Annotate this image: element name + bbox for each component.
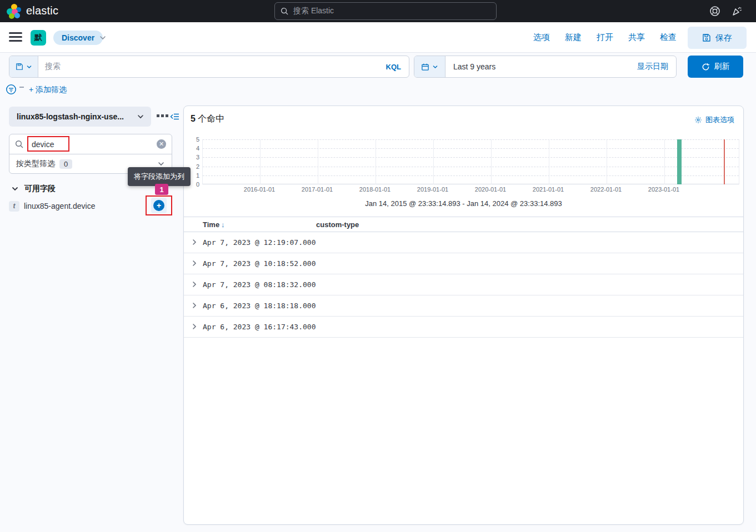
x-tick-label: 2016-01-01 — [239, 186, 279, 193]
save-button-label: 保存 — [715, 33, 732, 43]
logo-wordmark: elastic — [26, 4, 58, 17]
inspect-button[interactable]: 检查 — [660, 32, 677, 43]
chart-options-label: 图表选项 — [705, 115, 734, 125]
expand-row-icon[interactable] — [191, 302, 198, 309]
index-pattern-name: linux85-logstash-nginx-use... — [17, 112, 124, 121]
x-tick-label: 2020-01-01 — [470, 186, 510, 193]
hits-label: 个命中 — [198, 114, 224, 123]
query-bar: 搜索 KQL — [9, 56, 409, 78]
add-field-tooltip: 将字段添加为列 — [128, 167, 191, 186]
chart-options-button[interactable]: 图表选项 — [694, 115, 734, 125]
row-time-value: Apr 7, 2023 @ 08:18:32.000 — [203, 280, 316, 289]
available-fields-label: 可用字段 — [24, 184, 56, 194]
x-tick-label: 2017-01-01 — [297, 186, 337, 193]
expand-row-icon[interactable] — [191, 281, 198, 288]
refresh-button-label: 刷新 — [714, 62, 730, 72]
table-row[interactable]: Apr 6, 2023 @ 16:17:43.000 — [184, 317, 743, 338]
field-search-value: device — [28, 139, 57, 150]
open-button[interactable]: 打开 — [597, 32, 613, 43]
y-tick-label: 5 — [187, 136, 199, 143]
toolbar-actions: 选项 新建 打开 共享 检查 — [533, 22, 677, 53]
row-time-value: Apr 6, 2023 @ 18:18:18.000 — [203, 302, 316, 310]
refresh-button[interactable]: 刷新 — [688, 56, 743, 78]
column-header-custom-type[interactable]: custom-type — [316, 220, 359, 229]
filter-by-type-label: 按类型筛选 — [16, 159, 55, 169]
menu-icon[interactable] — [9, 32, 22, 42]
annotation-step-badge: 1 — [155, 184, 168, 195]
sort-desc-icon: ↓ — [221, 220, 225, 229]
search-icon — [15, 140, 24, 149]
table-row[interactable]: Apr 6, 2023 @ 18:18:18.000 — [184, 295, 743, 317]
hits-number: 5 — [191, 114, 196, 123]
field-list-item[interactable]: t linux85-agent.device — [9, 198, 172, 214]
row-time-value: Apr 7, 2023 @ 12:19:07.000 — [203, 238, 316, 247]
clear-search-icon[interactable]: ✕ — [157, 139, 166, 149]
current-time-marker — [724, 139, 725, 184]
row-time-value: Apr 7, 2023 @ 10:18:52.000 — [203, 259, 316, 268]
discover-main-panel: 5 个命中 图表选项 5 4 3 2 1 0 2016-01-01 2017-0… — [183, 106, 744, 525]
chevron-down-icon — [432, 64, 438, 70]
row-time-value: Apr 6, 2023 @ 16:17:43.000 — [203, 323, 316, 331]
gear-icon — [694, 116, 702, 124]
x-tick-label: 2022-01-01 — [586, 186, 626, 193]
x-tick-label: 2023-01-01 — [644, 186, 684, 193]
x-tick-label: 2021-01-01 — [528, 186, 568, 193]
newsfeed-icon[interactable] — [731, 5, 743, 17]
add-filter-button[interactable]: + 添加筛选 — [29, 85, 67, 95]
table-row[interactable]: Apr 7, 2023 @ 12:19:07.000 — [184, 232, 743, 253]
chevron-down-icon — [137, 113, 144, 121]
filter-by-type-count: 0 — [59, 159, 72, 169]
expand-row-icon[interactable] — [191, 323, 198, 330]
save-button[interactable]: 保存 — [688, 27, 747, 49]
expand-row-icon[interactable] — [191, 260, 198, 267]
global-search-placeholder: 搜索 Elastic — [293, 6, 334, 16]
global-search-input[interactable]: 搜索 Elastic — [274, 2, 497, 20]
x-tick-label: 2018-01-01 — [355, 186, 395, 193]
filter-menu-icon[interactable] — [6, 84, 17, 95]
space-badge[interactable]: 默 — [31, 30, 46, 46]
filter-separator — [19, 87, 24, 88]
available-fields-section[interactable]: 可用字段 — [11, 184, 56, 194]
histogram-chart[interactable] — [202, 139, 739, 184]
chevron-down-icon — [26, 64, 32, 70]
help-icon[interactable] — [709, 5, 721, 17]
hits-count: 5 个命中 — [191, 113, 224, 125]
field-search-input[interactable]: device ✕ — [9, 134, 172, 154]
chart-time-range-subtitle: Jan 14, 2015 @ 23:33:14.893 - Jan 14, 20… — [184, 199, 743, 208]
x-tick-label: 2019-01-01 — [413, 186, 453, 193]
plus-icon: + — [153, 200, 164, 211]
query-input[interactable]: 搜索 — [38, 56, 378, 77]
breadcrumb[interactable]: Discover — [53, 31, 103, 45]
table-row[interactable]: Apr 7, 2023 @ 10:18:52.000 — [184, 253, 743, 274]
field-settings-icon[interactable] — [157, 114, 168, 117]
show-dates-button[interactable]: 显示日期 — [629, 56, 676, 77]
index-pattern-selector[interactable]: linux85-logstash-nginx-use... — [9, 107, 151, 127]
query-language-button[interactable]: KQL — [378, 56, 409, 77]
time-picker: Last 9 years 显示日期 — [414, 56, 677, 78]
time-range-value[interactable]: Last 9 years — [445, 56, 629, 77]
chevron-down-icon — [157, 160, 165, 168]
y-tick-label: 4 — [187, 145, 199, 152]
add-field-as-column-button[interactable]: + — [151, 198, 167, 213]
histogram-bar[interactable] — [677, 139, 682, 184]
chevron-down-icon — [11, 185, 19, 193]
saved-query-menu-button[interactable] — [9, 56, 38, 77]
breadcrumb-chevron-down-icon[interactable] — [99, 34, 107, 42]
table-row[interactable]: Apr 7, 2023 @ 08:18:32.000 — [184, 274, 743, 295]
field-type-badge: t — [9, 201, 19, 212]
table-header: Time↓ custom-type — [184, 217, 743, 232]
y-tick-label: 3 — [187, 154, 199, 160]
app-header: elastic 搜索 Elastic — [0, 0, 756, 22]
refresh-icon — [702, 63, 710, 71]
expand-row-icon[interactable] — [191, 239, 198, 245]
column-header-time[interactable]: Time↓ — [203, 220, 225, 229]
collapse-sidebar-icon[interactable] — [170, 112, 180, 122]
share-button[interactable]: 共享 — [628, 32, 645, 43]
calendar-icon — [421, 63, 429, 71]
new-button[interactable]: 新建 — [565, 32, 582, 43]
elastic-logo-icon[interactable] — [7, 4, 22, 19]
date-quick-select-button[interactable] — [414, 56, 445, 77]
saved-query-icon — [16, 63, 23, 71]
search-icon — [281, 7, 289, 16]
options-button[interactable]: 选项 — [533, 32, 550, 43]
